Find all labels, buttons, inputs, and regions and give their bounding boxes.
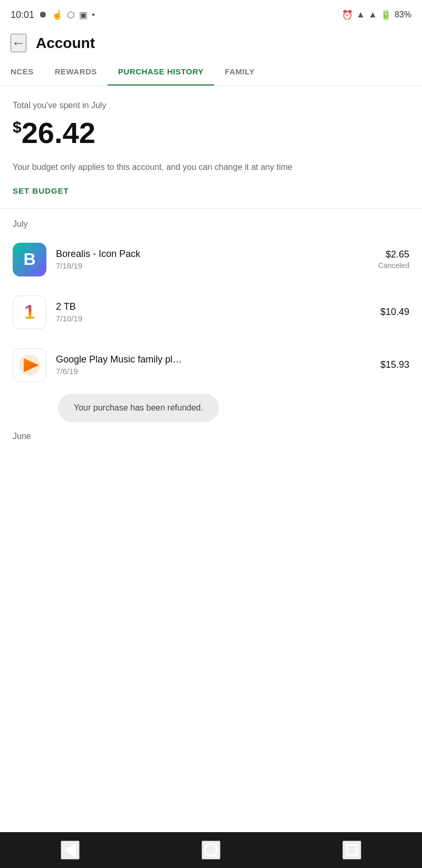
tab-rewards[interactable]: REWARDS — [44, 59, 108, 85]
purchase-item-borealis[interactable]: B Borealis - Icon Pack 7/18/19 $2.65 Can… — [0, 233, 422, 286]
borealis-letter: B — [23, 250, 35, 269]
status-time-area: 10:01 ⏺ ☝ ⬡ ▣ • — [11, 9, 95, 21]
page-title: Account — [36, 35, 95, 52]
purchase-name-gpm: Google Play Music family pl… — [56, 354, 375, 365]
image-icon: ▣ — [79, 9, 88, 21]
bottom-nav-bar — [0, 832, 422, 868]
instagram-icon: ⬡ — [67, 9, 75, 21]
set-budget-button[interactable]: SET BUDGET — [13, 186, 69, 195]
summary-description: Your budget only applies to this account… — [13, 161, 409, 174]
purchases-section: July B Borealis - Icon Pack 7/18/19 $2.6… — [0, 209, 422, 453]
purchase-date-gpm: 7/6/19 — [56, 367, 375, 376]
tabs-container: NCES REWARDS PURCHASE HISTORY FAMILY — [0, 59, 422, 86]
app-icon-google-one: 1 — [13, 295, 46, 329]
purchase-amount-google-one: $10.49 — [380, 307, 409, 318]
purchase-info-google-one: 2 TB 7/10/19 — [56, 301, 375, 323]
google-one-numeral: 1 — [24, 303, 35, 322]
status-bar: 10:01 ⏺ ☝ ⬡ ▣ • ⏰ ▲ ▲ 🔋 83% — [0, 0, 422, 27]
tab-family[interactable]: FAMILY — [214, 59, 265, 85]
purchase-name-borealis: Borealis - Icon Pack — [56, 249, 373, 260]
google-one-icon-content: 1 — [13, 296, 46, 329]
alarm-icon: ⏰ — [342, 9, 353, 21]
battery-percent: 83% — [395, 10, 411, 20]
home-nav-button[interactable] — [202, 841, 220, 860]
status-indicators: ⏰ ▲ ▲ 🔋 83% — [342, 9, 411, 21]
purchase-amount-col-gpm: $15.93 — [380, 359, 409, 370]
purchase-amount-gpm: $15.93 — [380, 359, 409, 370]
purchase-item-google-one[interactable]: 1 2 TB 7/10/19 $10.49 — [0, 286, 422, 339]
status-time: 10:01 — [11, 9, 34, 21]
battery-icon: 🔋 — [380, 9, 391, 21]
signal-icon: ▲ — [368, 9, 377, 20]
dot-icon: • — [92, 9, 95, 20]
app-icon-gpm — [13, 348, 46, 382]
purchase-info-borealis: Borealis - Icon Pack 7/18/19 — [56, 249, 373, 270]
hand-icon: ☝ — [52, 9, 63, 21]
tab-purchase-history[interactable]: PURCHASE HISTORY — [108, 59, 214, 86]
purchase-amount-col-borealis: $2.65 Canceled — [378, 249, 409, 270]
purchase-name-google-one: 2 TB — [56, 301, 375, 312]
record-icon: ⏺ — [39, 9, 47, 20]
top-bar: ← Account — [0, 27, 422, 59]
purchase-amount-col-google-one: $10.49 — [380, 307, 409, 318]
purchase-info-gpm: Google Play Music family pl… 7/6/19 — [56, 354, 375, 376]
recents-nav-button[interactable] — [342, 841, 361, 860]
summary-section: Total you've spent in July $26.42 Your b… — [0, 86, 422, 208]
home-circle-icon — [204, 843, 218, 857]
purchase-date-borealis: 7/18/19 — [56, 261, 373, 270]
refund-tooltip: Your purchase has been refunded. — [58, 394, 219, 422]
gpm-svg-icon — [18, 354, 41, 376]
purchase-date-google-one: 7/10/19 — [56, 314, 375, 323]
tab-balances[interactable]: NCES — [0, 59, 44, 85]
purchase-item-gpm[interactable]: Google Play Music family pl… 7/6/19 $15.… — [0, 339, 422, 392]
month-label-june: June — [0, 427, 422, 447]
bottom-spacer — [0, 453, 422, 495]
recents-square-icon — [346, 844, 358, 856]
purchase-amount-borealis: $2.65 — [378, 249, 409, 260]
back-nav-button[interactable] — [61, 841, 80, 860]
month-label-july: July — [0, 220, 422, 229]
back-button[interactable]: ← — [11, 34, 26, 52]
currency-symbol: $ — [13, 118, 22, 136]
summary-label: Total you've spent in July — [13, 101, 409, 110]
back-triangle-icon — [64, 843, 76, 857]
wifi-icon: ▲ — [356, 9, 365, 20]
purchase-status-borealis: Canceled — [378, 261, 409, 270]
summary-amount: $26.42 — [13, 117, 409, 149]
app-icon-borealis: B — [13, 243, 46, 276]
g1-numeral: 1 — [24, 301, 35, 323]
